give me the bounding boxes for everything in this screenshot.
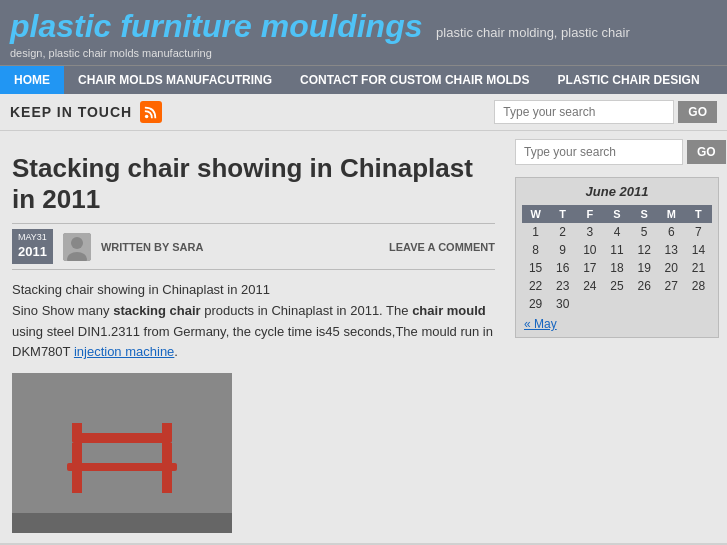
author-avatar <box>63 233 91 261</box>
calendar-cell[interactable]: 18 <box>603 259 630 277</box>
article-title: Stacking chair showing in Chinaplast in … <box>12 153 495 215</box>
calendar-row: 891011121314 <box>522 241 712 259</box>
site-title: plastic furniture mouldings <box>10 8 422 44</box>
calendar-row: 2930 <box>522 295 712 313</box>
calendar-header-cell: T <box>685 205 712 223</box>
calendar-row: 22232425262728 <box>522 277 712 295</box>
calendar-cell[interactable]: 6 <box>658 223 685 241</box>
svg-rect-8 <box>67 463 177 471</box>
calendar-cell[interactable]: 10 <box>576 241 603 259</box>
nav-item[interactable]: CHAIR MOLDS MANUFACUTRING <box>64 66 286 94</box>
nav-link[interactable]: CONTACT FOR CUSTOM CHAIR MOLDS <box>286 66 544 94</box>
calendar-cell[interactable]: 2 <box>549 223 576 241</box>
article-body: Stacking chair showing in Chinaplast in … <box>12 280 495 363</box>
article-body-1: Stacking chair showing in Chinaplast in … <box>12 282 270 297</box>
calendar-cell <box>631 295 658 313</box>
calendar-cell[interactable]: 12 <box>631 241 658 259</box>
keep-in-touch-bar: KEEP IN TOUCH GO <box>0 94 727 131</box>
calendar-cell[interactable]: 17 <box>576 259 603 277</box>
svg-rect-4 <box>12 373 232 533</box>
svg-rect-9 <box>72 423 82 435</box>
calendar-cell[interactable]: 14 <box>685 241 712 259</box>
main-nav: HOMECHAIR MOLDS MANUFACUTRINGCONTACT FOR… <box>0 65 727 94</box>
article-meta: MAY31 2011 WRITTEN BY SARA LEAVE A COMME… <box>12 223 495 270</box>
calendar-cell[interactable]: 3 <box>576 223 603 241</box>
svg-rect-10 <box>162 423 172 435</box>
sidebar-search-form: GO <box>515 139 719 165</box>
calendar-cell[interactable]: 20 <box>658 259 685 277</box>
calendar-prev-link[interactable]: « May <box>524 317 557 331</box>
date-block: MAY31 2011 <box>12 229 53 264</box>
header-search-input[interactable] <box>494 100 674 124</box>
calendar-cell[interactable]: 19 <box>631 259 658 277</box>
date-month: MAY31 <box>18 232 47 244</box>
calendar-cell[interactable]: 4 <box>603 223 630 241</box>
calendar-cell <box>603 295 630 313</box>
calendar-header-cell: F <box>576 205 603 223</box>
nav-item[interactable]: HOME <box>0 66 64 94</box>
nav-list: HOMECHAIR MOLDS MANUFACUTRINGCONTACT FOR… <box>0 66 727 94</box>
calendar-cell[interactable]: 22 <box>522 277 549 295</box>
calendar-cell[interactable]: 11 <box>603 241 630 259</box>
calendar-cell[interactable]: 28 <box>685 277 712 295</box>
calendar-header-cell: T <box>549 205 576 223</box>
sidebar-search-input[interactable] <box>515 139 683 165</box>
calendar-cell[interactable]: 5 <box>631 223 658 241</box>
svg-point-0 <box>145 115 149 119</box>
article-image <box>12 373 495 533</box>
calendar-cell[interactable]: 27 <box>658 277 685 295</box>
calendar-nav: « May <box>522 313 712 331</box>
rss-icon[interactable] <box>140 101 162 123</box>
calendar-row: 15161718192021 <box>522 259 712 277</box>
calendar-header-cell: S <box>631 205 658 223</box>
calendar-cell <box>576 295 603 313</box>
keep-bar-left: KEEP IN TOUCH <box>10 101 162 123</box>
date-year: 2011 <box>18 244 47 261</box>
nav-link[interactable]: HOME <box>0 66 64 94</box>
site-header: plastic furniture mouldings plastic chai… <box>0 0 727 65</box>
calendar-cell[interactable]: 30 <box>549 295 576 313</box>
header-search-form: GO <box>494 100 717 124</box>
calendar-title: June 2011 <box>522 184 712 199</box>
calendar-body: 1234567891011121314151617181920212223242… <box>522 223 712 313</box>
injection-machine-link[interactable]: injection machine <box>74 344 174 359</box>
calendar-cell[interactable]: 29 <box>522 295 549 313</box>
calendar-cell[interactable]: 24 <box>576 277 603 295</box>
calendar-header-row: WTFSSMT <box>522 205 712 223</box>
svg-rect-11 <box>12 513 232 533</box>
main-wrapper: Stacking chair showing in Chinaplast in … <box>0 131 727 543</box>
author-text: WRITTEN BY SARA <box>101 241 203 253</box>
calendar-cell[interactable]: 26 <box>631 277 658 295</box>
calendar-header-cell: S <box>603 205 630 223</box>
calendar-cell <box>685 295 712 313</box>
calendar-cell[interactable]: 25 <box>603 277 630 295</box>
article-image-box <box>12 373 232 533</box>
leave-comment-link[interactable]: LEAVE A COMMENT <box>389 241 495 253</box>
calendar-cell[interactable]: 1 <box>522 223 549 241</box>
nav-item[interactable]: PLASTIC CHAIR DESIGN <box>544 66 714 94</box>
calendar-cell[interactable]: 8 <box>522 241 549 259</box>
calendar-cell[interactable]: 7 <box>685 223 712 241</box>
sidebar: GO June 2011 WTFSSMT 1234567891011121314… <box>507 131 727 543</box>
calendar-cell <box>658 295 685 313</box>
svg-point-2 <box>71 237 83 249</box>
svg-rect-5 <box>72 433 172 443</box>
calendar-row: 1234567 <box>522 223 712 241</box>
calendar-cell[interactable]: 16 <box>549 259 576 277</box>
calendar-cell[interactable]: 21 <box>685 259 712 277</box>
nav-link[interactable]: PLASTIC CHAIR DESIGN <box>544 66 714 94</box>
calendar-table: WTFSSMT 12345678910111213141516171819202… <box>522 205 712 313</box>
calendar-cell[interactable]: 13 <box>658 241 685 259</box>
calendar-cell[interactable]: 9 <box>549 241 576 259</box>
main-content: Stacking chair showing in Chinaplast in … <box>0 131 507 543</box>
calendar-header-cell: M <box>658 205 685 223</box>
nav-item[interactable]: CONTACT FOR CUSTOM CHAIR MOLDS <box>286 66 544 94</box>
nav-link[interactable]: CHAIR MOLDS MANUFACUTRING <box>64 66 286 94</box>
header-search-button[interactable]: GO <box>678 101 717 123</box>
calendar: June 2011 WTFSSMT 1234567891011121314151… <box>515 177 719 338</box>
calendar-header-cell: W <box>522 205 549 223</box>
calendar-cell[interactable]: 15 <box>522 259 549 277</box>
calendar-cell[interactable]: 23 <box>549 277 576 295</box>
keep-in-touch-title: KEEP IN TOUCH <box>10 104 132 120</box>
sidebar-search-button[interactable]: GO <box>687 140 726 164</box>
